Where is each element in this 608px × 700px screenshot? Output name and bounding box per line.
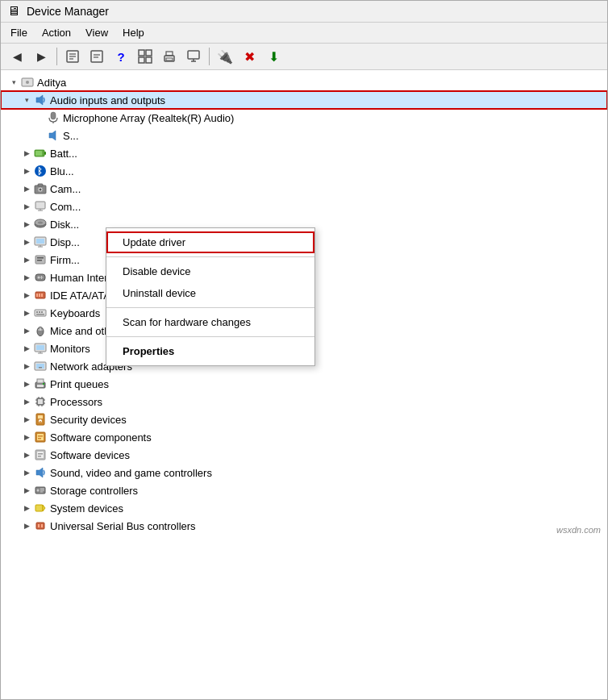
forward-button[interactable]: ▶: [30, 46, 52, 67]
context-menu-disable-device[interactable]: Disable device: [106, 260, 314, 282]
tree-item-processors[interactable]: ▶ Processors: [1, 393, 607, 410]
svg-rect-56: [41, 311, 43, 313]
expander-ide: ▶: [20, 289, 33, 302]
expander-display: ▶: [20, 235, 33, 248]
svg-rect-43: [37, 257, 44, 259]
svg-rect-91: [37, 452, 44, 458]
title-bar-icon: 🖥: [7, 4, 22, 19]
expander-keyboards: ▶: [20, 306, 33, 319]
svg-point-30: [40, 189, 42, 191]
icon-root: [20, 75, 35, 90]
back-button[interactable]: ◀: [6, 46, 28, 67]
svg-rect-62: [36, 345, 44, 350]
tree-item-softcomp[interactable]: ▶ Software components: [1, 428, 607, 446]
icon-keyboards: [33, 306, 48, 320]
properties-button[interactable]: [61, 46, 84, 67]
svg-rect-48: [40, 277, 44, 278]
expander-bluetooth: ▶: [20, 165, 33, 177]
context-menu-scan-hardware[interactable]: Scan for hardware changes: [106, 311, 314, 333]
svg-rect-100: [35, 505, 43, 511]
menu-bar: File Action View Help: [1, 23, 607, 44]
monitor-button[interactable]: [182, 46, 205, 67]
svg-rect-53: [35, 310, 46, 316]
label-audio: Audio inputs and outputs: [50, 94, 165, 106]
menu-action[interactable]: Action: [35, 24, 77, 41]
label-disk: Disk...: [50, 219, 79, 231]
svg-rect-93: [38, 456, 41, 457]
tree-item-audio[interactable]: ▾ Audio inputs and outputs: [1, 91, 607, 109]
help-button[interactable]: ?: [110, 46, 132, 67]
svg-point-37: [38, 222, 43, 224]
tree-item-speaker[interactable]: ▶ S...: [1, 127, 607, 144]
icon-usb: [33, 519, 48, 533]
context-menu-update-driver[interactable]: Update driver: [106, 231, 314, 253]
tree-item-computer[interactable]: ▶ Com...: [1, 198, 607, 215]
svg-rect-73: [38, 399, 43, 404]
tree-item-print[interactable]: ▶ Print queues: [1, 375, 607, 393]
context-menu-uninstall-device[interactable]: Uninstall device: [106, 282, 314, 304]
svg-rect-104: [41, 524, 43, 527]
label-battery: Batt...: [50, 148, 77, 160]
svg-text:ᛒ: ᛒ: [37, 166, 43, 176]
label-computer: Com...: [50, 201, 81, 213]
menu-file[interactable]: File: [4, 24, 34, 41]
label-display: Disp...: [50, 236, 80, 248]
label-bluetooth: Blu...: [50, 165, 74, 177]
scan-button[interactable]: [134, 46, 156, 67]
svg-rect-20: [51, 112, 56, 119]
tree-item-mic[interactable]: ▶ Microphone Array (Realtek(R) Audio): [1, 109, 607, 127]
tree-item-root[interactable]: ▾ Aditya: [1, 73, 607, 91]
svg-point-71: [43, 383, 44, 385]
icon-disk: [33, 217, 48, 231]
expander-usb: ▶: [20, 519, 33, 532]
context-menu-properties[interactable]: Properties: [106, 340, 314, 362]
tree-item-usb[interactable]: ▶ Universal Serial Bus controllers: [1, 517, 607, 535]
icon-sound: [33, 465, 48, 480]
context-menu-sep-1: [106, 256, 314, 257]
label-sound: Sound, video and game controllers: [50, 467, 212, 479]
print-button[interactable]: [158, 46, 181, 67]
svg-rect-57: [36, 314, 44, 315]
svg-marker-101: [43, 505, 45, 511]
tree-item-battery[interactable]: ▶ Batt...: [1, 144, 607, 162]
menu-help[interactable]: Help: [116, 24, 151, 41]
icon-ide: [33, 288, 48, 302]
tree-item-system[interactable]: ▶ System devices: [1, 499, 607, 517]
tree-item-camera[interactable]: ▶ Cam...: [1, 180, 607, 198]
svg-point-18: [26, 81, 29, 84]
svg-rect-102: [36, 523, 44, 529]
icon-mic: [46, 110, 60, 125]
icon-display: [33, 235, 48, 249]
tree-item-sound[interactable]: ▶ Sound, video and game controllers: [1, 464, 607, 481]
tree-item-bluetooth[interactable]: ▶ ᛒ Blu...: [1, 162, 607, 180]
download-button[interactable]: ⬇: [262, 46, 285, 67]
remove-button[interactable]: ✖: [238, 46, 260, 67]
tree-item-security[interactable]: ▶ Security devices: [1, 410, 607, 428]
expander-print: ▶: [20, 377, 33, 390]
svg-rect-31: [38, 184, 43, 186]
tree-item-storage[interactable]: ▶ Storage controllers: [1, 481, 607, 499]
title-bar-text: Device Manager: [27, 5, 109, 18]
context-menu-sep-2: [106, 307, 314, 308]
expander-monitors: ▶: [20, 342, 33, 355]
icon-speaker: [46, 128, 60, 143]
svg-rect-70: [37, 385, 44, 387]
svg-rect-69: [37, 379, 44, 383]
expander-firmware: ▶: [20, 253, 33, 266]
context-menu: Update driver Disable device Uninstall d…: [106, 227, 315, 366]
label-speaker: S...: [63, 130, 79, 142]
tree-item-softdev[interactable]: ▶ Software devices: [1, 446, 607, 464]
svg-point-46: [38, 277, 40, 279]
icon-softdev: [33, 448, 48, 462]
icon-system: [33, 501, 48, 515]
icon-audio: [33, 93, 48, 107]
driver-update-button[interactable]: [85, 46, 108, 67]
plug-button[interactable]: 🔌: [214, 46, 236, 67]
expander-system: ▶: [20, 502, 33, 515]
icon-network: [33, 359, 48, 373]
expander-softdev: ▶: [20, 448, 33, 461]
menu-view[interactable]: View: [79, 24, 115, 41]
svg-rect-25: [35, 151, 42, 156]
svg-rect-7: [139, 50, 144, 56]
expander-hid: ▶: [20, 271, 33, 284]
